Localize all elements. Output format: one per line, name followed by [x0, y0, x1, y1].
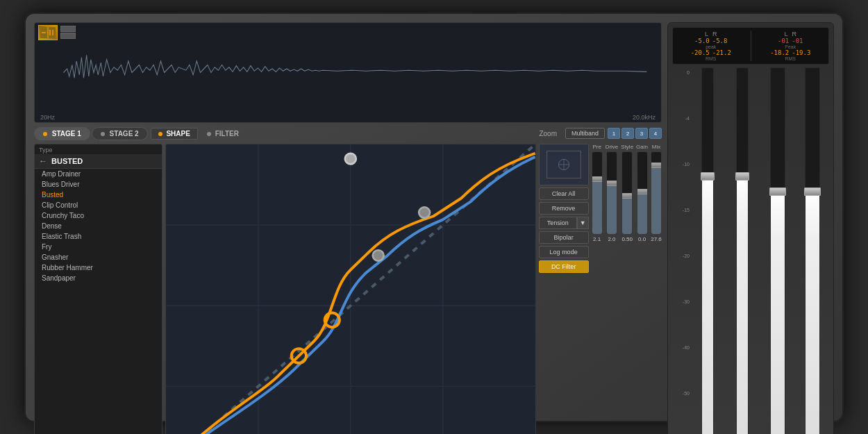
bipolar-button[interactable]: Bipolar: [539, 231, 589, 244]
multiband-button[interactable]: Multiband: [565, 128, 605, 139]
shape-tab[interactable]: SHAPE: [151, 128, 198, 140]
pre-slider[interactable]: [592, 151, 603, 235]
dc-filter-button[interactable]: DC Filter: [539, 260, 589, 273]
stage-1-tab[interactable]: STAGE 1: [34, 127, 90, 140]
list-item[interactable]: Busted: [35, 190, 162, 200]
waveform-display: 20Hz 20.0kHz: [34, 22, 662, 123]
fader-track-2l[interactable]: [770, 67, 785, 435]
preset-panel: Type ← BUSTED Amp Drainer Blues Driver B…: [34, 144, 162, 435]
zoom-label: Zoom: [533, 130, 562, 137]
scale-40: -40: [672, 345, 690, 350]
freq-high: 20.0kHz: [633, 114, 656, 121]
tension-row: Tension ▼: [539, 217, 589, 229]
tension-button[interactable]: Tension: [539, 217, 577, 229]
list-item[interactable]: Blues Driver: [35, 179, 162, 190]
meter-peak2-l: -01: [778, 37, 789, 44]
preset-arrow: ←: [39, 156, 47, 166]
pre-value: 2.1: [593, 236, 601, 242]
style-slider[interactable]: [621, 151, 633, 235]
band-4-btn[interactable]: 4: [649, 128, 662, 139]
scale-20: -20: [672, 253, 690, 258]
meter-rms2-r: -19.3: [792, 49, 810, 56]
meters-header: L R -5.0 -5.8 peak -20.5 -21.2 RMS: [672, 27, 829, 65]
view-btn-2[interactable]: [60, 33, 76, 39]
drive-label: Drive: [606, 144, 619, 150]
style-value: 0.50: [621, 236, 633, 242]
meter-l-label: L: [705, 31, 708, 37]
meter-rms-l: -20.5: [691, 49, 710, 56]
drive-value: 2.0: [608, 236, 615, 242]
log-mode-button[interactable]: Log mode: [539, 246, 589, 258]
remove-button[interactable]: Remove: [539, 202, 589, 215]
fader-track-1l[interactable]: [701, 67, 714, 435]
scale-10: -10: [672, 162, 690, 167]
preset-list: Amp Drainer Blues Driver Busted Clip Con…: [35, 169, 162, 435]
tension-dropdown[interactable]: ▼: [577, 217, 589, 229]
minimap: [539, 144, 589, 185]
view-btn-1[interactable]: [60, 26, 76, 32]
list-item[interactable]: Gnasher: [35, 252, 162, 262]
list-item[interactable]: Dense: [35, 221, 162, 231]
gain-label: Gain: [636, 144, 648, 150]
list-item[interactable]: Sandpaper: [35, 273, 162, 283]
scale-0: 0: [672, 70, 690, 75]
main-area: 20Hz 20.0kHz STAGE 1: [34, 22, 662, 435]
band-1-btn[interactable]: 1: [608, 128, 620, 139]
drive-slider[interactable]: [606, 151, 617, 235]
stage-row-top: STAGE 1 STAGE 2 SHAPE: [34, 126, 662, 142]
pre-slider-group: Pre 2.1: [592, 144, 603, 242]
freq-labels: 20Hz 20.0kHz: [35, 114, 661, 121]
filter-tab[interactable]: FILTER: [199, 128, 247, 140]
freq-low: 20Hz: [40, 114, 55, 121]
waveform-header: [35, 23, 79, 42]
controls-panel: Clear All Remove Tension ▼ Bipolar Log m…: [539, 144, 589, 435]
middle-section: STAGE 1 STAGE 2 SHAPE: [34, 126, 662, 435]
meter-group-right: L R -01 -01 Peak -18.2 -19.3 RMS: [757, 31, 825, 61]
list-item[interactable]: Clip Control: [35, 200, 162, 210]
plugin-container: 20Hz 20.0kHz STAGE 1: [24, 12, 844, 422]
meter-peak2-r: -01: [792, 37, 803, 44]
pre-label: Pre: [592, 144, 601, 150]
rms2-type-label: RMS: [785, 56, 796, 61]
curve-editor[interactable]: Base Your curve Result: [165, 144, 536, 435]
band-3-btn[interactable]: 3: [635, 128, 648, 139]
gain-slider-group: Gain 0.0: [636, 144, 648, 242]
list-item[interactable]: Crunchy Taco: [35, 210, 162, 221]
gain-slider[interactable]: [637, 151, 648, 235]
sliders-panel: Pre 2.1 Drive: [592, 144, 662, 435]
scale-30: -30: [672, 299, 690, 304]
fader-track-1r[interactable]: [736, 67, 749, 435]
mix-value: 27.6: [651, 236, 662, 242]
list-item[interactable]: Fry: [35, 242, 162, 252]
list-item[interactable]: Rubber Hammer: [35, 262, 162, 273]
fader-1l: [691, 67, 724, 435]
band-2-btn[interactable]: 2: [621, 128, 634, 139]
stage-2-tab[interactable]: STAGE 2: [92, 127, 148, 140]
meter-r2-label: R: [792, 31, 797, 37]
peak2-type-label: Peak: [785, 44, 796, 49]
drive-slider-group: Drive 2.0: [606, 144, 619, 242]
preset-current: ← BUSTED: [35, 154, 162, 169]
meter-group-left: L R -5.0 -5.8 peak -20.5 -21.2 RMS: [677, 31, 745, 61]
fader-track-2r[interactable]: [805, 67, 820, 435]
meter-peak-r: -5.8: [712, 37, 728, 44]
style-label: Style: [621, 144, 633, 150]
list-item[interactable]: Elastic Trash: [35, 231, 162, 242]
shape-filter-tabs: SHAPE FILTER: [151, 128, 531, 140]
band-buttons: 1 2 3 4: [608, 128, 662, 139]
fader-scale: 0 -4 -10 -15 -20 -30 -40 -50 -Inf: [672, 67, 690, 435]
waveform-svg: [35, 23, 661, 122]
meter-rms-r: -21.2: [712, 49, 731, 56]
preset-current-name: BUSTED: [51, 157, 83, 165]
stage-area: STAGE 1 STAGE 2 SHAPE: [34, 126, 662, 435]
clear-all-button[interactable]: Clear All: [539, 187, 589, 200]
right-panel: L R -5.0 -5.8 peak -20.5 -21.2 RMS: [667, 22, 834, 435]
scale-50: -50: [672, 391, 690, 396]
svg-point-17: [419, 207, 430, 217]
peak-type-label: peak: [706, 44, 716, 49]
fader-1r: [726, 67, 759, 435]
list-item[interactable]: Amp Drainer: [35, 169, 162, 179]
svg-rect-5: [35, 23, 661, 122]
mix-slider[interactable]: [651, 151, 662, 235]
style-slider-group: Style 0.50: [621, 144, 633, 242]
